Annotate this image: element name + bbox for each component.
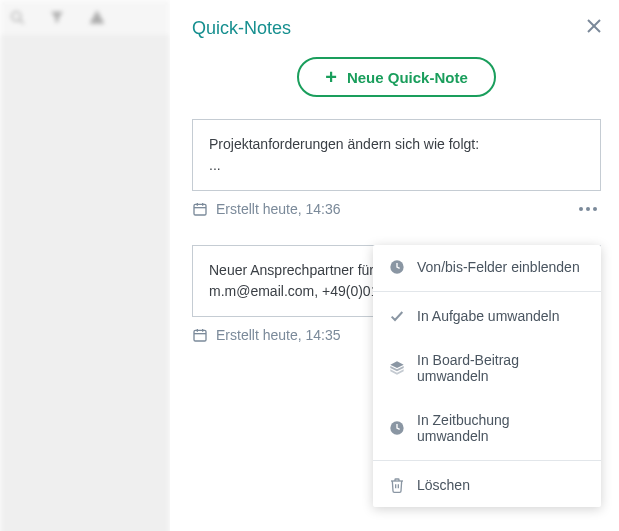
new-quick-note-button[interactable]: + Neue Quick-Note bbox=[297, 57, 496, 97]
layers-icon bbox=[389, 360, 405, 376]
menu-item-label: In Board-Beitrag umwandeln bbox=[417, 352, 585, 384]
svg-marker-13 bbox=[390, 361, 403, 368]
note-text-line: ... bbox=[209, 155, 584, 176]
blurred-background bbox=[0, 0, 170, 531]
menu-item-delete[interactable]: Löschen bbox=[373, 463, 601, 507]
svg-line-1 bbox=[20, 20, 24, 24]
calendar-icon bbox=[192, 201, 208, 217]
clock-icon bbox=[389, 420, 405, 436]
menu-item-to-timebooking[interactable]: In Zeitbuchung umwandeln bbox=[373, 398, 601, 458]
menu-item-label: In Aufgabe umwandeln bbox=[417, 308, 559, 324]
close-icon[interactable] bbox=[587, 18, 601, 36]
context-menu: Von/bis-Felder einblenden In Aufgabe umw… bbox=[373, 245, 601, 507]
quick-notes-panel: Quick-Notes + Neue Quick-Note Projektanf… bbox=[170, 0, 619, 531]
note-card[interactable]: Projektanforderungen ändern sich wie fol… bbox=[192, 119, 601, 191]
plus-icon: + bbox=[325, 67, 337, 87]
menu-item-to-task[interactable]: In Aufgabe umwandeln bbox=[373, 294, 601, 338]
menu-item-label: Löschen bbox=[417, 477, 470, 493]
check-icon bbox=[389, 308, 405, 324]
svg-rect-8 bbox=[194, 330, 206, 341]
trash-icon bbox=[389, 477, 405, 493]
panel-title: Quick-Notes bbox=[192, 18, 291, 39]
menu-item-to-board[interactable]: In Board-Beitrag umwandeln bbox=[373, 338, 601, 398]
new-button-label: Neue Quick-Note bbox=[347, 69, 468, 86]
note-menu-icon[interactable] bbox=[575, 203, 601, 215]
note-created-label: Erstellt heute, 14:35 bbox=[216, 327, 341, 343]
calendar-icon bbox=[192, 327, 208, 343]
note-text-line: Projektanforderungen ändern sich wie fol… bbox=[209, 134, 584, 155]
menu-item-label: In Zeitbuchung umwandeln bbox=[417, 412, 585, 444]
menu-item-show-fields[interactable]: Von/bis-Felder einblenden bbox=[373, 245, 601, 289]
menu-item-label: Von/bis-Felder einblenden bbox=[417, 259, 580, 275]
note-created-label: Erstellt heute, 14:36 bbox=[216, 201, 341, 217]
clock-icon bbox=[389, 259, 405, 275]
svg-rect-4 bbox=[194, 204, 206, 215]
svg-point-0 bbox=[12, 12, 21, 21]
